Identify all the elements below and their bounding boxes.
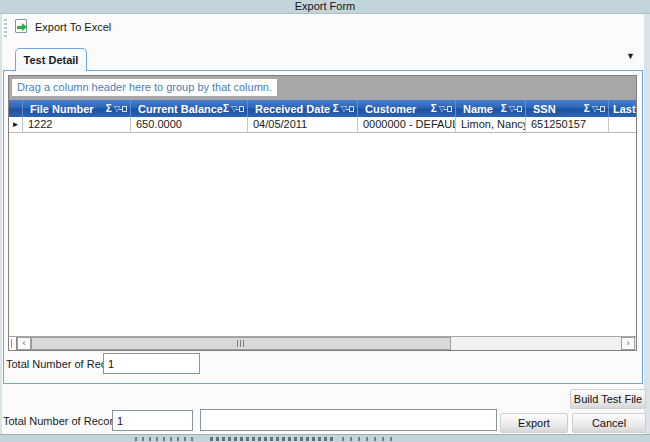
scroll-right-button[interactable]: › <box>621 337 635 350</box>
cell-last-payment[interactable] <box>609 117 636 133</box>
pin-icon[interactable] <box>447 106 452 112</box>
scroll-left-icon: ‹ <box>23 338 26 348</box>
cancel-button[interactable]: Cancel <box>572 413 646 433</box>
tab-test-detail[interactable]: Test Detail <box>15 48 87 71</box>
column-header-label: Received Date <box>248 101 330 117</box>
cell-name[interactable]: Limon, Nancy <box>456 117 526 133</box>
clipped-background-text <box>342 437 397 441</box>
group-by-bar[interactable]: Drag a column header here to group by th… <box>9 76 636 100</box>
column-header-received-date[interactable]: Received Date Σ ▽ <box>248 100 358 117</box>
sum-icon[interactable]: Σ <box>501 104 507 114</box>
export-form-window: Export Form Export To Excel Test Detail … <box>0 0 650 442</box>
pin-icon[interactable] <box>349 106 354 112</box>
column-header-last-payment[interactable]: Last Payr <box>609 100 636 117</box>
header-icons: Σ ▽ <box>333 104 357 114</box>
footer-status-input[interactable] <box>200 409 497 431</box>
window-titlebar[interactable]: Export Form <box>0 0 650 14</box>
header-icons: Σ ▽ <box>584 104 608 114</box>
column-header-customer[interactable]: Customer Σ ▽ <box>358 100 456 117</box>
cell-ssn[interactable]: 651250157 <box>526 117 609 133</box>
pin-icon[interactable] <box>600 106 605 112</box>
column-header-label: SSN <box>526 101 556 117</box>
header-icons: Σ ▽ <box>501 104 525 114</box>
scroll-right-icon: › <box>627 338 630 348</box>
group-by-hint: Drag a column header here to group by th… <box>12 79 277 96</box>
export-button[interactable]: Export <box>500 413 568 433</box>
export-to-excel-button[interactable]: Export To Excel <box>35 21 111 33</box>
window-left-edge <box>0 14 2 434</box>
data-grid: Drag a column header here to group by th… <box>8 75 637 351</box>
header-icons: Σ ▽ <box>223 104 247 114</box>
grid-header-row: File Number Σ ▽ Current Balance Σ ▽ Rece… <box>9 100 636 117</box>
tab-total-records-input[interactable] <box>103 353 200 374</box>
footer-total-records-label: Total Number of Records <box>3 415 125 427</box>
column-header-ssn[interactable]: SSN Σ ▽ <box>526 100 609 117</box>
sum-icon[interactable]: Σ <box>333 104 339 114</box>
pin-icon[interactable] <box>239 106 244 112</box>
sum-icon[interactable]: Σ <box>106 104 112 114</box>
sum-icon[interactable]: Σ <box>584 104 590 114</box>
scroll-left-button[interactable]: ‹ <box>17 337 31 350</box>
build-test-file-button[interactable]: Build Test File <box>570 389 646 409</box>
pin-icon[interactable] <box>122 106 127 112</box>
row-selector-cell[interactable]: ► <box>9 117 23 133</box>
header-icons: Σ ▽ <box>106 104 130 114</box>
column-header-label: Current Balance <box>131 101 223 117</box>
sum-icon[interactable]: Σ <box>223 104 229 114</box>
column-header-label: File Number <box>23 101 94 117</box>
clipped-background-text <box>135 437 195 441</box>
column-header-file-number[interactable]: File Number Σ ▽ <box>23 100 131 117</box>
cell-file-number[interactable]: 1222 <box>23 117 131 133</box>
horizontal-scrollbar[interactable]: ‹ › <box>9 336 636 350</box>
cell-customer[interactable]: 0000000 - DEFAULT <box>358 117 456 133</box>
tab-list-dropdown-icon[interactable]: ▼ <box>626 51 635 61</box>
grid-body: ► 1222 650.0000 04/05/2011 0000000 - DEF… <box>9 117 636 337</box>
toolbar: Export To Excel <box>2 14 644 42</box>
clipped-background-text <box>210 437 335 441</box>
background-window-strip <box>0 434 650 442</box>
table-row[interactable]: ► 1222 650.0000 04/05/2011 0000000 - DEF… <box>9 117 636 133</box>
footer-total-records-input[interactable] <box>112 410 193 431</box>
export-to-excel-icon <box>15 19 27 33</box>
cell-current-balance[interactable]: 650.0000 <box>131 117 248 133</box>
sum-icon[interactable]: Σ <box>431 104 437 114</box>
active-row-marker-icon: ► <box>12 121 20 129</box>
cell-received-date[interactable]: 04/05/2011 <box>248 117 358 133</box>
column-header-label: Last Payr <box>609 101 636 117</box>
column-header-row-selector[interactable] <box>9 100 23 117</box>
window-title: Export Form <box>295 0 356 12</box>
column-header-label: Name <box>456 101 493 117</box>
column-header-name[interactable]: Name Σ ▽ <box>456 100 526 117</box>
toolbar-grip-handle[interactable] <box>4 19 7 37</box>
window-right-edge <box>644 14 650 434</box>
pin-icon[interactable] <box>517 106 522 112</box>
scrollbar-grip-icon <box>237 340 246 347</box>
header-icons: Σ ▽ <box>431 104 455 114</box>
column-header-label: Customer <box>358 101 416 117</box>
scrollbar-splitter-handle[interactable] <box>9 337 17 350</box>
column-header-current-balance[interactable]: Current Balance Σ ▽ <box>131 100 248 117</box>
scrollbar-thumb[interactable] <box>31 337 451 350</box>
green-arrow-head-icon <box>22 23 27 31</box>
